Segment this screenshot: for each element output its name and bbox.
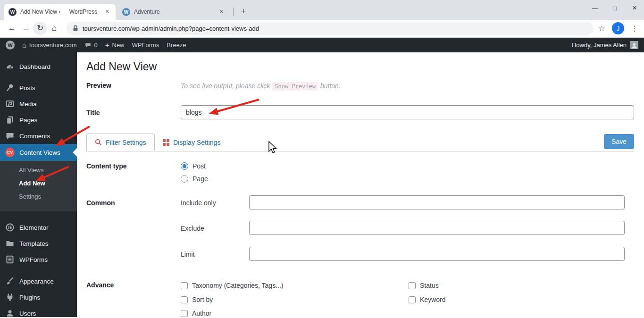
person-icon — [631, 42, 638, 49]
submenu-item-settings[interactable]: Settings — [0, 190, 77, 203]
tab-close-icon[interactable]: × — [103, 8, 111, 16]
browser-tab-wordpress[interactable]: W Add New View ‹ — WordPress × — [4, 4, 116, 20]
exclude-input[interactable] — [249, 221, 625, 235]
include-only-input[interactable] — [249, 195, 625, 209]
pushpin-icon — [5, 83, 15, 92]
advance-label: Advance — [86, 281, 114, 289]
sidebar-item-wpforms[interactable]: WPForms — [0, 251, 77, 268]
radio-selected-icon[interactable] — [181, 162, 188, 170]
admin-bar-breeze[interactable]: Breeze — [167, 42, 186, 49]
sidebar-item-label: Content Views — [19, 149, 60, 156]
wordpress-logo-icon[interactable]: W — [6, 41, 15, 50]
checkbox-icon[interactable] — [181, 310, 188, 317]
checkbox-icon[interactable] — [409, 282, 416, 289]
radio-post[interactable]: Post — [181, 162, 206, 170]
sidebar-item-templates[interactable]: Templates — [0, 235, 77, 251]
admin-bar-wpforms[interactable]: WPForms — [132, 42, 159, 49]
window-controls: — □ × — [591, 2, 638, 14]
title-input[interactable] — [181, 105, 634, 119]
sidebar-item-label: Elementor — [19, 224, 49, 231]
user-icon — [5, 309, 15, 318]
sidebar-item-pages[interactable]: Pages — [0, 112, 77, 128]
tab-separator — [233, 8, 234, 16]
sidebar-item-appearance[interactable]: Appearance — [0, 273, 77, 289]
sidebar-item-label: WPForms — [19, 256, 48, 263]
preview-hint-before: To see live output, please click — [181, 82, 270, 90]
bookmark-star-icon[interactable]: ☆ — [598, 24, 605, 33]
sidebar-item-label: Templates — [19, 240, 49, 247]
home-icon[interactable]: ⌂ — [47, 22, 61, 35]
wordpress-favicon-icon: W — [122, 8, 130, 16]
folder-icon — [5, 239, 15, 248]
close-icon[interactable]: × — [631, 3, 638, 13]
sidebar-item-label: Appearance — [19, 278, 54, 285]
browser-tab-strip: W Add New View ‹ — WordPress × W Adventu… — [0, 0, 644, 20]
submenu-item-add-new[interactable]: Add New — [0, 177, 77, 190]
sidebar-item-comments[interactable]: Comments — [0, 128, 77, 144]
user-avatar[interactable] — [630, 41, 638, 49]
new-tab-button[interactable]: + — [237, 5, 250, 17]
reload-icon[interactable]: ↻ — [33, 22, 47, 35]
plug-icon — [5, 293, 15, 302]
sidebar-item-label: Plugins — [19, 294, 40, 301]
sidebar-item-label: Media — [19, 100, 37, 108]
radio-page[interactable]: Page — [181, 175, 208, 183]
sidebar-item-label: Dashboard — [19, 63, 50, 70]
howdy-account-link[interactable]: Howdy, James Allen — [572, 42, 627, 49]
browser-toolbar: ← → ↻ ⌂ toursventure.com/wp-admin/admin.… — [0, 20, 644, 38]
plus-icon: + — [105, 41, 109, 49]
preview-label: Preview — [86, 82, 111, 89]
title-label: Title — [86, 109, 100, 117]
sidebar-item-elementor[interactable]: Elementor — [0, 219, 77, 235]
checkbox-label: Taxonomy (Categories, Tags...) — [192, 282, 284, 289]
sidebar-item-label: Posts — [19, 84, 35, 92]
sidebar-item-plugins[interactable]: Plugins — [0, 289, 77, 305]
admin-bar-site-name[interactable]: ⌂ toursventure.com — [22, 41, 77, 49]
checkbox-author[interactable]: Author — [181, 310, 211, 317]
tab-display-settings[interactable]: Display Settings — [155, 134, 228, 151]
admin-bar-new[interactable]: + New — [105, 41, 125, 49]
sidebar-item-dashboard[interactable]: Dashboard — [0, 59, 77, 75]
radio-unselected-icon[interactable] — [181, 175, 188, 183]
paintbrush-icon — [5, 276, 15, 286]
site-name-label: toursventure.com — [29, 42, 76, 49]
forward-icon[interactable]: → — [19, 22, 33, 35]
back-icon[interactable]: ← — [5, 22, 19, 35]
minimize-icon[interactable]: — — [591, 5, 599, 12]
checkbox-label: Author — [192, 310, 211, 317]
checkbox-status[interactable]: Status — [409, 282, 439, 289]
checkbox-keyword[interactable]: Keyword — [409, 296, 445, 303]
common-label: Common — [86, 199, 115, 207]
browser-menu-icon[interactable]: ⋮ — [631, 24, 638, 33]
save-button[interactable]: Save — [604, 134, 634, 149]
limit-input[interactable] — [249, 247, 625, 261]
checkbox-label: Sort by — [192, 296, 213, 303]
checkbox-icon[interactable] — [181, 282, 188, 289]
checkbox-sort-by[interactable]: Sort by — [181, 296, 213, 303]
tab-close-icon[interactable]: × — [217, 8, 225, 16]
checkbox-label: Keyword — [420, 296, 445, 303]
tab-filter-settings[interactable]: Filter Settings — [86, 134, 155, 151]
sidebar-item-users[interactable]: Users — [0, 305, 77, 318]
sidebar-item-media[interactable]: Media — [0, 96, 77, 112]
comments-icon — [5, 131, 15, 141]
main-content: Add New View Preview To see live output,… — [77, 52, 644, 317]
checkbox-icon[interactable] — [409, 296, 416, 303]
browser-tab-adventure[interactable]: W Adventure × — [117, 4, 230, 20]
lock-icon — [73, 25, 78, 32]
browser-profile-avatar[interactable]: J — [612, 22, 624, 34]
sidebar-item-content-views[interactable]: CV Content Views — [0, 144, 77, 161]
checkbox-taxonomy[interactable]: Taxonomy (Categories, Tags...) — [181, 282, 284, 289]
url-address-bar[interactable]: toursventure.com/wp-admin/admin.php?page… — [66, 22, 594, 35]
include-only-label: Include only — [181, 199, 216, 207]
maximize-icon[interactable]: □ — [611, 5, 619, 12]
checkbox-icon[interactable] — [181, 296, 188, 303]
admin-bar-comments[interactable]: 0 — [84, 42, 98, 49]
sidebar-item-posts[interactable]: Posts — [0, 80, 77, 96]
elementor-icon — [5, 223, 15, 232]
submenu-item-all-views[interactable]: All Views — [0, 164, 77, 177]
tab-title: Adventure — [134, 8, 214, 15]
sidebar-item-label: Users — [19, 310, 36, 317]
content-views-submenu: All Views Add New Settings — [0, 161, 77, 211]
wp-admin-bar: W ⌂ toursventure.com 0 + New WPForms Bre… — [0, 38, 644, 52]
